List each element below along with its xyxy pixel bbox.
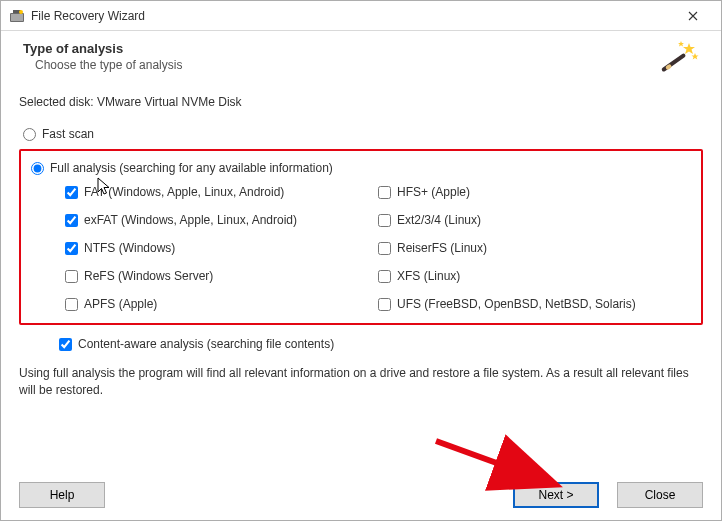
full-analysis-label[interactable]: Full analysis (searching for any availab… [50, 161, 333, 175]
svg-rect-4 [661, 53, 686, 72]
svg-line-9 [436, 441, 546, 481]
fs-exfat-checkbox[interactable] [65, 214, 78, 227]
page-subtitle: Choose the type of analysis [23, 58, 659, 72]
app-icon [9, 8, 25, 24]
content-aware-row[interactable]: Content-aware analysis (searching file c… [59, 337, 703, 351]
fs-reiser-row[interactable]: ReiserFS (Linux) [378, 241, 681, 255]
fast-scan-radio[interactable] [23, 128, 36, 141]
page-title: Type of analysis [23, 41, 659, 56]
fs-exfat-row[interactable]: exFAT (Windows, Apple, Linux, Android) [65, 213, 368, 227]
help-button[interactable]: Help [19, 482, 105, 508]
svg-point-3 [19, 10, 23, 14]
fs-xfs-row[interactable]: XFS (Linux) [378, 269, 681, 283]
fs-reiser-label[interactable]: ReiserFS (Linux) [397, 241, 487, 255]
close-button[interactable]: Close [617, 482, 703, 508]
fs-xfs-label[interactable]: XFS (Linux) [397, 269, 460, 283]
wizard-body: Selected disk: VMware Virtual NVMe Disk … [1, 87, 721, 423]
dialog-window: File Recovery Wizard Type of analysis Ch… [0, 0, 722, 521]
window-title: File Recovery Wizard [31, 9, 671, 23]
fs-refs-label[interactable]: ReFS (Windows Server) [84, 269, 213, 283]
fs-ext-label[interactable]: Ext2/3/4 (Linux) [397, 213, 481, 227]
fs-ufs-row[interactable]: UFS (FreeBSD, OpenBSD, NetBSD, Solaris) [378, 297, 681, 311]
wizard-header-text: Type of analysis Choose the type of anal… [23, 41, 659, 72]
fast-scan-row[interactable]: Fast scan [23, 127, 703, 141]
full-analysis-block: Full analysis (searching for any availab… [19, 149, 703, 325]
fs-refs-checkbox[interactable] [65, 270, 78, 283]
titlebar: File Recovery Wizard [1, 1, 721, 31]
svg-marker-8 [678, 41, 684, 47]
next-button[interactable]: Next > [513, 482, 599, 508]
fs-hfs-checkbox[interactable] [378, 186, 391, 199]
fs-apfs-checkbox[interactable] [65, 298, 78, 311]
svg-marker-7 [692, 53, 699, 60]
wizard-header: Type of analysis Choose the type of anal… [1, 31, 721, 87]
button-row: Help Next > Close [1, 482, 721, 508]
wizard-wand-icon [659, 39, 699, 79]
fs-xfs-checkbox[interactable] [378, 270, 391, 283]
fs-reiser-checkbox[interactable] [378, 242, 391, 255]
content-aware-label[interactable]: Content-aware analysis (searching file c… [78, 337, 334, 351]
fs-exfat-label[interactable]: exFAT (Windows, Apple, Linux, Android) [84, 213, 297, 227]
fs-ntfs-checkbox[interactable] [65, 242, 78, 255]
fs-fat-label[interactable]: FAT (Windows, Apple, Linux, Android) [84, 185, 284, 199]
content-aware-checkbox[interactable] [59, 338, 72, 351]
fs-ufs-label[interactable]: UFS (FreeBSD, OpenBSD, NetBSD, Solaris) [397, 297, 636, 311]
fs-fat-checkbox[interactable] [65, 186, 78, 199]
fs-hfs-row[interactable]: HFS+ (Apple) [378, 185, 681, 199]
close-window-button[interactable] [671, 2, 715, 30]
fs-ext-row[interactable]: Ext2/3/4 (Linux) [378, 213, 681, 227]
full-analysis-row[interactable]: Full analysis (searching for any availab… [31, 161, 691, 175]
filesystem-grid: FAT (Windows, Apple, Linux, Android) HFS… [31, 185, 691, 311]
selected-disk-value: VMware Virtual NVMe Disk [97, 95, 241, 109]
selected-disk-label: Selected disk: [19, 95, 94, 109]
fs-ufs-checkbox[interactable] [378, 298, 391, 311]
selected-disk-row: Selected disk: VMware Virtual NVMe Disk [19, 95, 703, 109]
svg-marker-6 [683, 43, 695, 54]
fs-refs-row[interactable]: ReFS (Windows Server) [65, 269, 368, 283]
full-analysis-radio[interactable] [31, 162, 44, 175]
fs-ext-checkbox[interactable] [378, 214, 391, 227]
fs-apfs-label[interactable]: APFS (Apple) [84, 297, 157, 311]
info-text: Using full analysis the program will fin… [19, 365, 703, 399]
fs-apfs-row[interactable]: APFS (Apple) [65, 297, 368, 311]
fs-ntfs-row[interactable]: NTFS (Windows) [65, 241, 368, 255]
fast-scan-label[interactable]: Fast scan [42, 127, 94, 141]
svg-rect-1 [11, 14, 23, 21]
fs-fat-row[interactable]: FAT (Windows, Apple, Linux, Android) [65, 185, 368, 199]
fs-ntfs-label[interactable]: NTFS (Windows) [84, 241, 175, 255]
fs-hfs-label[interactable]: HFS+ (Apple) [397, 185, 470, 199]
